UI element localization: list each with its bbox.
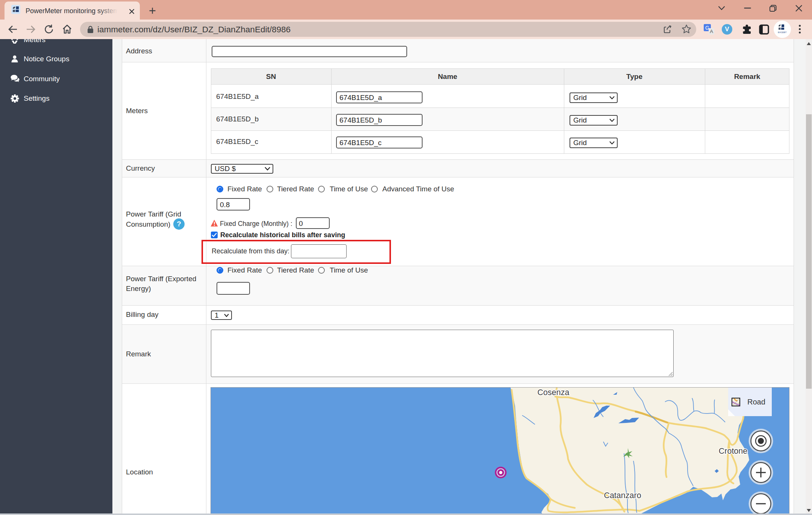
svg-text:DEVICEBIT: DEVICEBIT [778, 31, 786, 33]
svg-text:Road: Road [747, 398, 765, 406]
svg-text:Catanzaro: Catanzaro [604, 491, 641, 500]
svg-text:A: A [710, 29, 713, 34]
svg-text:Cosenza: Cosenza [538, 388, 570, 397]
svg-text:Crotone: Crotone [719, 447, 748, 456]
